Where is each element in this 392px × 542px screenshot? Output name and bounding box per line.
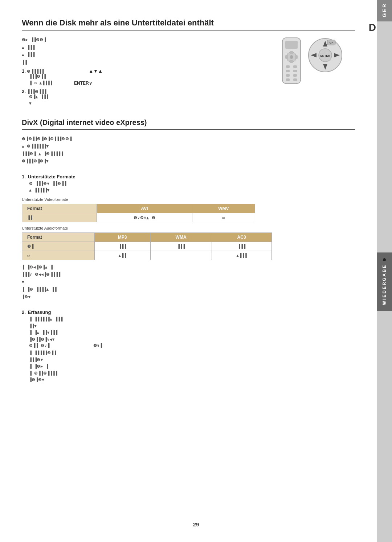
s2-l6: ▐ ▐▐▐▐▐❷▐▐: [29, 350, 355, 356]
audio-cell-2-mp3: ▲▐▐: [94, 251, 150, 260]
sub1-title: Unterstützte Formate: [28, 174, 75, 179]
section1-content: ❾▶ ▐▐❾❷▐ ▲ ▐▐▐ ▲ ▐▐▐ ▐▐ 1. ❸▐▐▐▐▐ ▲▼▲ ▐▐…: [22, 37, 271, 108]
note3: ▼: [22, 279, 355, 286]
enter2-label: ❾∨▐: [93, 343, 102, 348]
section1-heading: Wenn die Disk mehr als eine Untertitelda…: [22, 18, 355, 31]
svg-rect-1: [285, 41, 298, 49]
step2-sub1: ❾▐▲ ▐▐▐: [29, 94, 271, 100]
sub2-title: Erfassung: [28, 310, 51, 315]
enter-label: ENTER∨: [74, 81, 92, 86]
svg-rect-5: [290, 60, 293, 63]
step1-label: 1.: [22, 68, 26, 74]
remote-svg: [279, 37, 304, 84]
svg-text:ENTER: ENTER: [320, 54, 330, 57]
top-section: ❾▶ ▐▐❾❷▐ ▲ ▐▐▐ ▲ ▐▐▐ ▐▐ 1. ❸▐▐▐▐▐ ▲▼▲ ▐▐…: [22, 37, 355, 108]
subsection1: 1. Unterstützte Formate ❾ ▐▐▐❷▼ ▐▐❷▐▐ ▲ …: [22, 170, 355, 300]
svg-point-3: [290, 55, 293, 59]
svg-rect-4: [290, 51, 293, 54]
section2-intro: ❾▐❷▐▐❷▐❷▐❾▐▐▐❷❾▐ ▲ ❾▐▐▐▐▐▐▼ ▐▐▐❷▐ ▲ ▐❷▐▐…: [22, 136, 355, 165]
audio-cell-1-format: ❾▐: [22, 242, 95, 251]
s2-intro1: ❾▐❷▐▐❷▐❷▐❾▐▐▐❷❾▐: [22, 136, 355, 142]
step1-text: ❸▐▐▐▐▐: [27, 69, 44, 74]
audio-row-2: ▭ ▲▐▐ ▲▐▐▐: [22, 251, 272, 260]
nav-circle-svg: ENTER G+: [307, 37, 343, 73]
audio-cell-2-format: ▭: [22, 251, 95, 260]
svg-rect-6: [285, 55, 288, 59]
dot-icon: [383, 258, 386, 261]
main-content: Wenn die Disk mehr als eine Untertitelda…: [0, 0, 377, 542]
subsection2: 2. Erfassung ▐ ▐▐▐▐▐▐▲ ▐▐▐ ▐▐▼ ▐ ▐▲ ▐▐▼▐…: [22, 305, 355, 383]
ger-label: GER: [381, 3, 387, 17]
audio-table: Format MP3 WMA AC3 ❾▐ ▐▐▐ ▐▐▐ ▐▐▐ ▭ ▲▐▐: [22, 232, 272, 260]
sub1-line1: ❾ ▐▐▐❷▼ ▐▐❷▐▐: [29, 181, 355, 187]
video-cell-avi: ❾∨❾∨▲ ❾: [97, 213, 192, 222]
video-table: Format AVI WMV ▐▐ ❾∨❾∨▲ ❾ ▭: [22, 204, 255, 222]
section2-heading: DivX (Digital internet video eXpress): [22, 118, 355, 130]
step2-sub2: ▼: [29, 101, 271, 107]
video-col-format: Format: [22, 204, 97, 213]
note4: ▐ ▐❷ ▐▐▐▐▲ ▐▐: [22, 287, 355, 293]
video-cell-wmv: ▭: [192, 213, 255, 222]
wiedergabe-label: WIEDERGABE: [382, 264, 387, 305]
video-formats-label: Unterstützte Videoformate: [22, 197, 355, 202]
s1-line1: ❾▶ ▐▐❾❷▐: [22, 37, 271, 43]
s2-l10: ▐❾▐❷▼: [29, 377, 355, 383]
s2-l9: ▐ ❾▐▐❷▐▐▐▐: [29, 371, 355, 377]
remote-area: ENTER G+: [279, 37, 355, 108]
s2-l7: ▐▐▐❷▼: [29, 357, 355, 363]
audio-col-wma: WMA: [150, 232, 212, 242]
s1-line2: ▲ ▐▐▐: [22, 45, 271, 51]
video-col-wmv: WMV: [192, 204, 255, 213]
sub2-num: 2.: [22, 310, 26, 315]
s2-intro2: ▲ ❾▐▐▐▐▐▐▼: [22, 143, 355, 150]
step1-sub1: ▐▐▐❾▐▐: [29, 74, 271, 80]
audio-row-1: ❾▐ ▐▐▐ ▐▐▐ ▐▐▐: [22, 242, 272, 251]
svg-rect-14: [286, 78, 290, 81]
audio-formats-label: Unterstützte Audioformate: [22, 226, 355, 230]
video-row-1: ▐▐ ❾∨❾∨▲ ❾ ▭: [22, 213, 255, 222]
note1: ▐ ▐❹◀▐❷▐▲ ▐: [22, 264, 355, 271]
s2-l2: ▐▐▼: [29, 323, 355, 329]
video-cell-format: ▐▐: [22, 213, 97, 222]
s2-l1: ▐ ▐▐▐▐▐▐▲ ▐▐▐: [29, 316, 355, 323]
sub1-line2: ▲ ▐▐▐▐▐▼: [29, 187, 355, 194]
audio-col-ac3: AC3: [212, 232, 271, 242]
s1-line4: ▐▐: [22, 60, 271, 66]
svg-rect-9: [293, 65, 297, 68]
side-tab: GER WIEDERGABE: [377, 0, 392, 542]
svg-rect-7: [295, 55, 298, 59]
note5: ▐❷▼: [22, 294, 355, 300]
sub1-num: 1.: [22, 174, 26, 179]
audio-cell-1-ac3: ▐▐▐: [212, 242, 271, 251]
svg-rect-8: [286, 65, 290, 68]
audio-cell-1-wma: ▐▐▐: [150, 242, 212, 251]
svg-rect-11: [293, 70, 297, 72]
s2-l8: ▐ ▐❷▶ ▐: [29, 364, 355, 370]
sub1-notes: ▐ ▐❹◀▐❷▐▲ ▐ ▐▐▐∨ ❾◀◀▐❷▐▐▐▐ ▼ ▐ ▐❷ ▐▐▐▐▲ …: [22, 264, 355, 300]
s2-l4: ▐❷▐▐❷▐∨◀▼: [29, 337, 355, 343]
svg-rect-12: [286, 74, 290, 77]
s2-l5: ❾▐▐ ❾∨▐: [29, 343, 50, 348]
audio-cell-2-ac3: ▲▐▐▐: [212, 251, 271, 260]
page-number: 29: [193, 521, 199, 527]
s1-line3: ▲ ▐▐▐: [22, 52, 271, 58]
svg-rect-10: [286, 70, 290, 72]
step1-sub2: ▐ ▭ ▲▐▐▐▐: [29, 81, 52, 85]
audio-col-mp3: MP3: [94, 232, 150, 242]
svg-text:G+: G+: [330, 41, 334, 44]
video-col-avi: AVI: [97, 204, 192, 213]
svg-rect-13: [293, 74, 297, 77]
s2-intro4: ❾▐▐▐❾▐❷▐▼: [22, 158, 355, 165]
audio-col-format: Format: [22, 232, 95, 242]
audio-cell-1-mp3: ▐▐▐: [94, 242, 150, 251]
step2-text: ▐▐▐❷▐▐▐: [27, 89, 46, 94]
step2-label: 2.: [22, 89, 26, 94]
svg-rect-15: [293, 78, 297, 81]
s2-intro3: ▐▐▐❷▐ ▲ ▐❷▐▐▐▐▐: [22, 151, 355, 157]
audio-cell-2-wma: [150, 251, 212, 260]
nav-arrows: ▲▼▲: [89, 68, 103, 74]
s2-l3: ▐ ▐▲ ▐▐▼▐▐▐: [29, 330, 355, 336]
note2: ▐▐▐∨ ❾◀◀▐❷▐▐▐▐: [22, 272, 355, 278]
